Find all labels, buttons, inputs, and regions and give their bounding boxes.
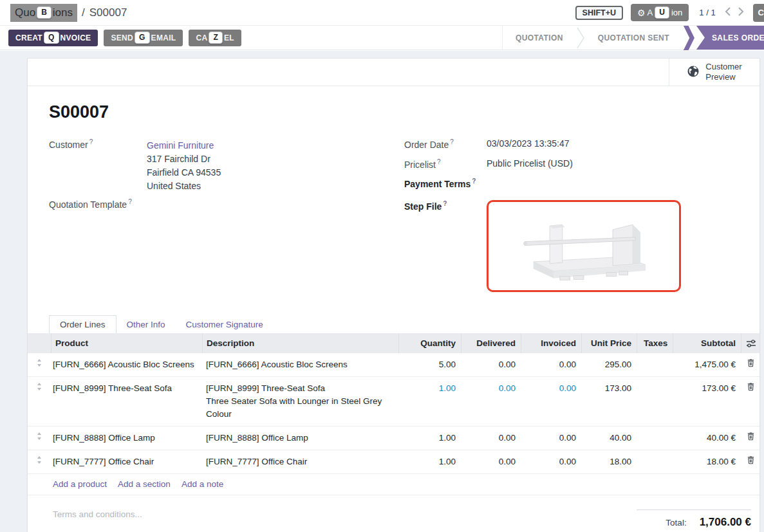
cell-taxes[interactable] bbox=[637, 427, 673, 450]
gear-icon: ⚙ bbox=[637, 8, 646, 17]
customer-address-line: United States bbox=[147, 179, 221, 193]
cell-quantity[interactable]: 5.00 bbox=[398, 353, 461, 376]
cell-unit-price[interactable]: 173.00 bbox=[581, 377, 637, 426]
form-button-box: Customer Preview bbox=[28, 59, 759, 86]
pager-previous-button[interactable] bbox=[725, 6, 731, 19]
status-separator-icon bbox=[576, 26, 585, 50]
customer-field-value[interactable]: Gemini Furniture 317 Fairchild Dr Fairfi… bbox=[147, 138, 221, 193]
column-header-subtotal: Subtotal bbox=[673, 333, 741, 353]
add-a-section-link[interactable]: Add a section bbox=[118, 479, 171, 489]
send-email-label-post: EMAIL bbox=[151, 33, 176, 42]
partial-edge-button[interactable]: C bbox=[753, 4, 764, 22]
column-header-description: Description bbox=[202, 333, 398, 353]
action-label-pre: A bbox=[648, 8, 653, 17]
tab-customer-signature[interactable]: Customer Signature bbox=[176, 316, 274, 333]
cell-product[interactable]: [FURN_8888] Office Lamp bbox=[51, 427, 202, 450]
cancel-button[interactable]: CAZEL bbox=[189, 30, 241, 46]
cell-quantity[interactable]: 1.00 bbox=[398, 450, 461, 473]
drag-handle[interactable] bbox=[28, 377, 51, 426]
terms-and-conditions-input[interactable]: Terms and conditions... bbox=[49, 509, 142, 519]
payment-terms-field-label: Payment Terms? bbox=[404, 178, 487, 200]
order-lines-table: Product Description Quantity Delivered I… bbox=[28, 333, 759, 495]
cell-subtotal: 173.00 € bbox=[673, 377, 741, 426]
cell-description[interactable]: [FURN_8999] Three-Seat Sofa Three Seater… bbox=[202, 377, 398, 426]
shortcut-key-badge-shift-u: SHIFT+U bbox=[575, 6, 623, 20]
send-email-button[interactable]: SENDGEMAIL bbox=[104, 30, 183, 46]
drag-handle-icon bbox=[36, 382, 42, 391]
tab-other-info[interactable]: Other Info bbox=[116, 316, 176, 333]
step-file-3d-preview bbox=[489, 202, 679, 290]
status-step-sales-order-active[interactable]: SALES ORDER bbox=[696, 26, 764, 50]
cell-description[interactable]: [FURN_7777] Office Chair bbox=[202, 450, 398, 473]
cell-description[interactable]: [FURN_8888] Office Lamp bbox=[202, 427, 398, 450]
drag-handle-icon bbox=[36, 432, 42, 441]
order-date-field-value[interactable]: 03/03/2023 13:35:47 bbox=[487, 138, 569, 158]
customer-link[interactable]: Gemini Furniture bbox=[147, 138, 221, 152]
cell-delivered[interactable]: 0.00 bbox=[461, 353, 521, 376]
table-row: [FURN_6666] Acoustic Bloc Screens [FURN_… bbox=[28, 353, 759, 377]
optional-columns-button[interactable] bbox=[741, 333, 761, 353]
customer-address-line: 317 Fairchild Dr bbox=[147, 152, 221, 166]
column-header-delivered: Delivered bbox=[461, 333, 521, 353]
shortcut-key-badge-z: Z bbox=[209, 32, 223, 44]
column-header-invoiced: Invoiced bbox=[521, 333, 581, 353]
delete-row-button[interactable] bbox=[741, 427, 761, 450]
cell-product[interactable]: [FURN_6666] Acoustic Bloc Screens bbox=[51, 353, 202, 376]
action-menu-button[interactable]: ⚙AUion bbox=[631, 4, 689, 21]
customer-address-line: Fairfield CA 94535 bbox=[147, 166, 221, 179]
cell-invoiced[interactable]: 0.00 bbox=[521, 450, 581, 473]
trash-icon bbox=[747, 358, 755, 367]
drag-handle[interactable] bbox=[28, 353, 51, 376]
cell-subtotal: 1,475.00 € bbox=[673, 353, 741, 376]
sale-order-form-card: Customer Preview S00007 Customer? Gemini… bbox=[27, 58, 760, 532]
cell-unit-price[interactable]: 295.00 bbox=[581, 353, 637, 376]
status-step-quotation[interactable]: QUOTATION bbox=[503, 26, 576, 50]
cell-taxes[interactable] bbox=[637, 450, 673, 473]
breadcrumb-current: S00007 bbox=[89, 6, 127, 19]
delete-row-button[interactable] bbox=[741, 377, 761, 426]
cell-invoiced[interactable]: 0.00 bbox=[521, 377, 581, 426]
create-invoice-button[interactable]: CREATQNVOICE bbox=[8, 30, 98, 46]
add-a-product-link[interactable]: Add a product bbox=[53, 479, 107, 489]
cell-quantity[interactable]: 1.00 bbox=[398, 377, 461, 426]
cell-quantity[interactable]: 1.00 bbox=[398, 427, 461, 450]
cell-delivered[interactable]: 0.00 bbox=[461, 377, 521, 426]
trash-icon bbox=[747, 382, 755, 391]
topbar-controls: SHIFT+U ⚙AUion 1 / 1 C bbox=[575, 4, 759, 22]
breadcrumb-parent-quotations[interactable]: QuoBions bbox=[10, 4, 77, 22]
status-step-quotation-sent[interactable]: QUOTATION SENT bbox=[585, 26, 682, 50]
delete-row-button[interactable] bbox=[741, 450, 761, 473]
step-file-preview-highlighted[interactable] bbox=[487, 200, 681, 292]
breadcrumb-separator: / bbox=[82, 6, 85, 19]
customer-preview-button[interactable]: Customer Preview bbox=[669, 59, 759, 86]
cell-unit-price[interactable]: 40.00 bbox=[581, 427, 637, 450]
cell-unit-price[interactable]: 18.00 bbox=[581, 450, 637, 473]
form-action-buttons: CREATQNVOICE SENDGEMAIL CAZEL bbox=[0, 26, 241, 50]
shortcut-key-badge-q: Q bbox=[44, 32, 59, 44]
field-column-right: Order Date? 03/03/2023 13:35:47 Pricelis… bbox=[404, 138, 740, 295]
cell-delivered[interactable]: 0.00 bbox=[461, 427, 521, 450]
column-header-product: Product bbox=[51, 333, 202, 353]
order-total: Total: 1,706.00 € bbox=[637, 509, 751, 529]
cell-taxes[interactable] bbox=[637, 377, 673, 426]
field-groups: Customer? Gemini Furniture 317 Fairchild… bbox=[49, 138, 740, 295]
cancel-label-post: EL bbox=[224, 33, 234, 42]
quotation-template-help-icon: ? bbox=[128, 198, 132, 205]
delete-row-button[interactable] bbox=[741, 353, 761, 376]
pricelist-field-value[interactable]: Public Pricelist (USD) bbox=[487, 158, 573, 178]
pager-next-button[interactable] bbox=[738, 6, 744, 19]
drag-handle[interactable] bbox=[28, 427, 51, 450]
cell-invoiced[interactable]: 0.00 bbox=[521, 427, 581, 450]
handle-column-header bbox=[28, 333, 51, 353]
cell-taxes[interactable] bbox=[637, 353, 673, 376]
cell-delivered[interactable]: 0.00 bbox=[461, 450, 521, 473]
order-date-help-icon: ? bbox=[450, 138, 454, 145]
table-header-row: Product Description Quantity Delivered I… bbox=[28, 333, 759, 353]
cell-product[interactable]: [FURN_7777] Office Chair bbox=[51, 450, 202, 473]
drag-handle[interactable] bbox=[28, 450, 51, 473]
cell-product[interactable]: [FURN_8999] Three-Seat Sofa bbox=[51, 377, 202, 426]
tab-order-lines[interactable]: Order Lines bbox=[49, 315, 116, 333]
cell-description[interactable]: [FURN_6666] Acoustic Bloc Screens bbox=[202, 353, 398, 376]
add-a-note-link[interactable]: Add a note bbox=[182, 479, 223, 489]
cell-invoiced[interactable]: 0.00 bbox=[521, 353, 581, 376]
